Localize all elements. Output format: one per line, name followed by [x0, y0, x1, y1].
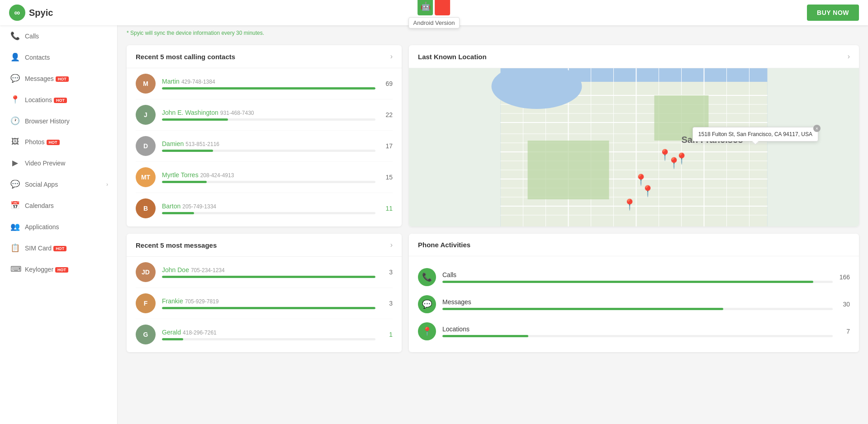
activity-icon-calls: 📞 [418, 268, 436, 286]
messages-card-arrow[interactable]: › [390, 241, 393, 249]
activity-info-messages: Messages [442, 298, 833, 310]
android-version-badge: Android Version [408, 17, 460, 28]
progress-bar [162, 181, 207, 183]
avatar: F [136, 293, 156, 313]
map-tooltip-close[interactable]: × [813, 125, 821, 132]
avatar: M [136, 74, 156, 94]
progress-bar [442, 281, 813, 283]
contact-info: Myrtle Torres208-424-4913 [162, 171, 375, 183]
sidebar-item-sim-card[interactable]: 📋SIM CardHOT [0, 237, 117, 259]
sidebar-item-keylogger[interactable]: ⌨KeyloggerHOT [0, 259, 117, 280]
location-card-arrow[interactable]: › [848, 52, 850, 61]
contact-count: 15 [382, 174, 393, 181]
svg-rect-27 [528, 141, 609, 199]
sidebar-item-label-photos: PhotosHOT [25, 138, 108, 146]
buy-now-button[interactable]: BUY NOW [807, 5, 859, 21]
video-preview-icon: ▶ [10, 158, 19, 168]
messages-card-title: Recent 5 most messages [136, 241, 217, 249]
logo-icon: ∞ [9, 5, 25, 21]
sidebar-item-label-sim-card: SIM CardHOT [25, 245, 108, 252]
contact-info: John E. Washington931-468-7430 [162, 109, 375, 121]
activity-count-messages: 30 [839, 301, 850, 308]
sidebar-item-contacts[interactable]: 👤Contacts [0, 47, 117, 68]
svg-text:📍: 📍 [623, 198, 636, 211]
activity-item-messages: 💬Messages30 [418, 291, 850, 318]
hot-badge: HOT [55, 267, 68, 273]
social-apps-icon: 💬 [10, 179, 19, 189]
location-card-header: Last Known Location › [409, 45, 859, 68]
keylogger-icon: ⌨ [10, 264, 19, 274]
logo-text: Spyic [29, 8, 53, 18]
sidebar-item-label-browser-history: Browser History [25, 118, 108, 125]
sidebar-item-label-messages: MessagesHOT [25, 75, 108, 82]
sidebar-item-photos[interactable]: 🖼PhotosHOT [0, 132, 117, 152]
activity-item-locations: 📍Locations7 [418, 318, 850, 345]
sidebar-item-video-preview[interactable]: ▶Video Preview [0, 152, 117, 174]
calendars-icon: 📅 [10, 201, 19, 210]
svg-text:📍: 📍 [675, 152, 688, 165]
calling-contacts-arrow[interactable]: › [390, 52, 393, 61]
progress-bar-container [162, 338, 375, 340]
top-cards-row: Recent 5 most calling contacts › MMartin… [127, 45, 859, 226]
sidebar-item-label-social-apps: Social Apps [25, 181, 101, 188]
contact-phone: 513-851-2116 [185, 141, 219, 147]
avatar: JD [136, 262, 156, 282]
progress-bar-container [442, 308, 833, 310]
sidebar-item-applications[interactable]: 👥Applications [0, 216, 117, 237]
contact-item: JDJohn Doe705-234-12343 [136, 257, 393, 288]
android-icon[interactable]: 🤖 [418, 0, 433, 15]
activity-name-calls: Calls [442, 271, 833, 278]
sidebar-item-label-video-preview: Video Preview [25, 160, 108, 167]
contact-name: John Doe [162, 266, 189, 273]
sidebar-item-browser-history[interactable]: 🕐Browser History [0, 110, 117, 132]
map-svg: San Francisco 📍 📍 📍 📍 📍 📍 [409, 68, 859, 226]
contact-count: 22 [382, 111, 393, 118]
location-card: Last Known Location › [409, 45, 859, 226]
contact-info: Barton205-749-1334 [162, 203, 375, 214]
contact-phone: 705-929-7819 [185, 298, 219, 305]
contact-name: Frankie [162, 297, 183, 305]
logo: ∞ Spyic [9, 5, 53, 21]
progress-bar-container [162, 118, 375, 121]
locations-icon: 📍 [10, 95, 19, 104]
progress-bar-container [162, 150, 375, 152]
contact-info: Martin429-748-1384 [162, 78, 375, 90]
contact-item: MTMyrtle Torres208-424-491315 [136, 162, 393, 193]
contact-phone: 931-468-7430 [220, 110, 254, 116]
phone-activities-card: Phone Activities 📞Calls166💬Messages30📍Lo… [409, 234, 859, 352]
contact-info: John Doe705-234-1234 [162, 266, 375, 278]
sidebar-item-locations[interactable]: 📍LocationsHOT [0, 89, 117, 110]
sidebar-item-calls[interactable]: 📞Calls [0, 25, 117, 47]
progress-bar-container [162, 212, 375, 214]
hot-badge: HOT [56, 76, 69, 82]
messages-icon: 💬 [10, 74, 19, 83]
avatar: B [136, 198, 156, 218]
avatar: MT [136, 167, 156, 187]
sync-notice: * Spyic will sync the device information… [127, 25, 859, 41]
avatar: J [136, 105, 156, 125]
contact-name: Myrtle Torres [162, 171, 199, 179]
sidebar-item-social-apps[interactable]: 💬Social Apps› [0, 174, 117, 195]
contact-item: FFrankie705-929-78193 [136, 288, 393, 319]
sidebar-item-calendars[interactable]: 📅Calendars [0, 195, 117, 216]
hot-badge: HOT [53, 246, 66, 251]
progress-bar [162, 87, 375, 90]
contact-item: BBarton205-749-133411 [136, 193, 393, 224]
sidebar-item-messages[interactable]: 💬MessagesHOT [0, 68, 117, 89]
contact-count: 1 [382, 331, 393, 338]
contact-phone: 208-424-4913 [200, 172, 234, 179]
progress-bar [162, 307, 375, 309]
photos-icon: 🖼 [10, 137, 19, 146]
activity-info-calls: Calls [442, 271, 833, 283]
progress-bar-container [442, 281, 833, 283]
sim-card-icon: 📋 [10, 243, 19, 253]
contact-count: 3 [382, 300, 393, 307]
messages-card: Recent 5 most messages › JDJohn Doe705-2… [127, 234, 402, 352]
activity-info-locations: Locations [442, 325, 833, 337]
map-tooltip: × 1518 Fulton St, San Francisco, CA 9411… [693, 127, 818, 141]
progress-bar-container [162, 181, 375, 183]
apple-icon[interactable] [435, 0, 451, 15]
activity-item-calls: 📞Calls166 [418, 264, 850, 291]
avatar: D [136, 136, 156, 156]
sidebar-item-label-contacts: Contacts [25, 54, 108, 61]
